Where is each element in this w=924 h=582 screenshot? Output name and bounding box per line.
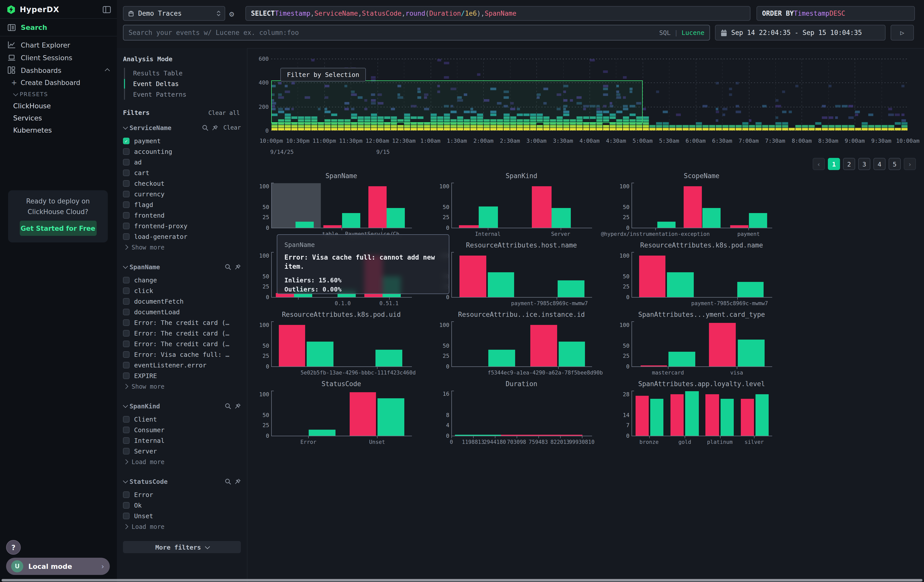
checkbox[interactable] [123, 277, 130, 284]
search-icon[interactable] [225, 478, 231, 485]
filter-checkbox-item[interactable]: frontend [123, 210, 241, 221]
filter-checkbox-item[interactable]: Server [123, 446, 241, 457]
chevron-down-icon[interactable] [123, 478, 128, 483]
chart-plot-area[interactable] [451, 252, 592, 298]
sidebar-presets-toggle[interactable]: PRESETS [0, 89, 117, 100]
filter-group-name[interactable]: ServiceName [130, 124, 199, 131]
checkbox[interactable] [123, 170, 130, 176]
sidebar-preset-services[interactable]: Services [0, 112, 117, 124]
pagination-next-button[interactable]: › [904, 158, 916, 170]
filter-checkbox-item[interactable]: ✓payment [123, 136, 241, 146]
chevron-down-icon[interactable] [123, 264, 128, 269]
sidebar-collapse-icon[interactable] [103, 6, 111, 13]
filter-checkbox-item[interactable]: frontend-proxy [123, 221, 241, 231]
pin-icon[interactable] [234, 478, 241, 485]
filter-group-load-more[interactable]: Load more [123, 521, 241, 532]
checkbox[interactable] [123, 191, 130, 197]
checkbox[interactable] [123, 298, 130, 305]
filter-checkbox-item[interactable]: flagd [123, 199, 241, 210]
pagination-page-3[interactable]: 3 [858, 158, 870, 170]
order-by-input[interactable]: ORDER BY Timestamp DESC [757, 6, 915, 21]
chevron-down-icon[interactable] [123, 402, 128, 408]
chart-plot-area[interactable] [451, 183, 592, 228]
sidebar-item-create-dashboard[interactable]: + Create Dashboard [0, 76, 117, 89]
checkbox[interactable] [123, 491, 130, 498]
filter-group-name[interactable]: SpanName [130, 263, 222, 270]
query-language-toggle[interactable]: SQL | Lucene [659, 29, 705, 36]
search-icon[interactable] [225, 402, 231, 409]
checkbox[interactable] [123, 448, 130, 455]
checkbox[interactable] [123, 201, 130, 208]
sidebar-item-dashboards[interactable]: Dashboards [0, 64, 117, 76]
checkbox[interactable] [123, 180, 130, 187]
filter-checkbox-item[interactable]: ad [123, 157, 241, 168]
source-select[interactable]: Demo Traces [123, 6, 225, 21]
local-mode-pill[interactable]: U Local mode › [6, 558, 110, 575]
chart-plot-area[interactable] [632, 391, 772, 436]
sidebar-item-chart-explorer[interactable]: Chart Explorer [0, 38, 117, 51]
search-icon[interactable] [225, 264, 231, 270]
analysis-mode-event-patterns[interactable]: Event Patterns [125, 89, 241, 100]
checkbox[interactable] [123, 148, 130, 155]
filter-group-clear-button[interactable]: Clear [223, 124, 241, 131]
filter-checkbox-item[interactable]: checkout [123, 178, 241, 189]
filter-by-selection-button[interactable]: Filter by Selection [280, 68, 366, 81]
filter-checkbox-item[interactable]: accounting [123, 146, 241, 157]
filter-group-load-more[interactable]: Load more [123, 457, 241, 467]
checkbox[interactable] [123, 223, 130, 229]
checkbox[interactable] [123, 437, 130, 444]
checkbox[interactable] [123, 287, 130, 294]
filter-checkbox-item[interactable]: click [123, 285, 241, 296]
checkbox[interactable] [123, 309, 130, 315]
filter-checkbox-item[interactable]: Error [123, 490, 241, 500]
lang-sql[interactable]: SQL [659, 29, 670, 36]
pagination-prev-button[interactable]: ‹ [813, 158, 825, 170]
checkbox[interactable] [123, 212, 130, 219]
search-input[interactable]: Search your events w/ Lucene ex. column:… [123, 25, 710, 41]
filter-checkbox-item[interactable]: currency [123, 189, 241, 199]
filter-group-name[interactable]: StatusCode [130, 478, 222, 485]
get-started-button[interactable]: Get Started for Free [20, 221, 96, 236]
help-button[interactable]: ? [6, 540, 21, 555]
filter-checkbox-item[interactable]: Error: The credit card (… [123, 338, 241, 349]
pagination-page-2[interactable]: 2 [843, 158, 855, 170]
pagination-page-4[interactable]: 4 [873, 158, 886, 170]
sidebar-preset-kubernetes[interactable]: Kubernetes [0, 124, 117, 136]
filter-checkbox-item[interactable]: documentLoad [123, 307, 241, 317]
filter-checkbox-item[interactable]: Internal [123, 435, 241, 446]
pin-icon[interactable] [234, 402, 241, 409]
checkbox[interactable] [123, 319, 130, 326]
chart-plot-area[interactable] [632, 183, 772, 228]
pin-icon[interactable] [212, 124, 218, 131]
filter-checkbox-item[interactable]: Client [123, 414, 241, 425]
filter-checkbox-item[interactable]: documentFetch [123, 296, 241, 307]
chart-plot-area[interactable] [632, 252, 772, 298]
filter-checkbox-item[interactable]: Error: The credit card (… [123, 317, 241, 328]
filter-checkbox-item[interactable]: Ok [123, 500, 241, 511]
chart-plot-area[interactable] [632, 322, 772, 367]
sql-select-input[interactable]: SELECT Timestamp, ServiceName, StatusCod… [246, 6, 751, 21]
checkbox[interactable] [123, 416, 130, 422]
analysis-mode-event-deltas[interactable]: Event Deltas [125, 78, 241, 89]
chart-plot-area[interactable] [451, 391, 592, 436]
checkbox[interactable] [123, 362, 130, 368]
filter-checkbox-item[interactable]: Consumer [123, 425, 241, 435]
filter-checkbox-item[interactable]: cart [123, 168, 241, 178]
checkbox[interactable] [123, 341, 130, 347]
checkbox[interactable] [123, 351, 130, 358]
sidebar-item-client-sessions[interactable]: Client Sessions [0, 51, 117, 64]
pagination-page-1[interactable]: 1 [828, 158, 840, 170]
checkbox[interactable] [123, 159, 130, 165]
pin-icon[interactable] [234, 264, 241, 270]
heatmap-selection-box[interactable] [271, 81, 643, 123]
checkbox[interactable] [123, 502, 130, 509]
run-query-button[interactable]: ▷ [891, 25, 914, 41]
filter-checkbox-item[interactable]: load-generator [123, 231, 241, 242]
checkbox[interactable] [123, 330, 130, 336]
filter-group-name[interactable]: SpanKind [130, 402, 222, 410]
pagination-page-5[interactable]: 5 [889, 158, 901, 170]
more-filters-button[interactable]: More filters [123, 541, 241, 553]
checkbox[interactable] [123, 233, 130, 240]
checkbox[interactable] [123, 427, 130, 433]
filter-checkbox-item[interactable]: change [123, 275, 241, 285]
